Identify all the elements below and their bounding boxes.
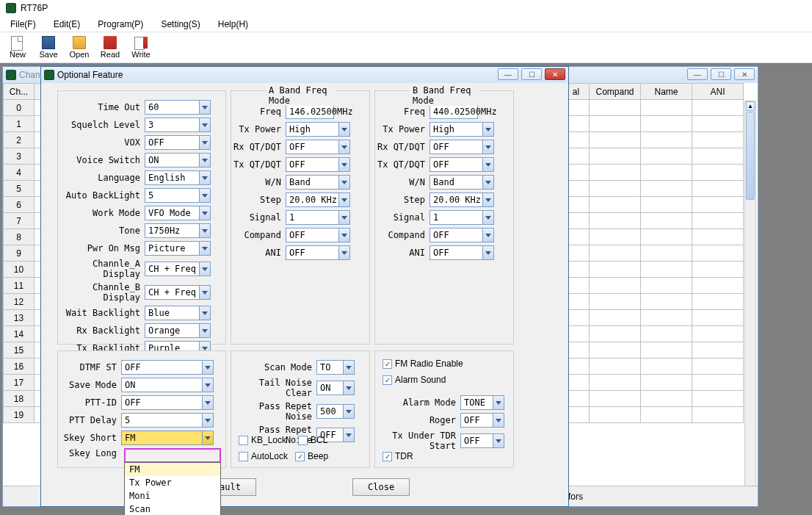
chevron-down-icon[interactable] <box>338 245 350 260</box>
scan-mode-combo[interactable]: TO <box>316 360 355 375</box>
band-a-step-combo[interactable]: 20.00 KHz <box>286 192 350 207</box>
chevron-down-icon[interactable] <box>202 395 214 410</box>
band-b-rxqt-combo[interactable]: OFF <box>429 140 494 154</box>
minimize-button[interactable]: — <box>498 68 518 80</box>
roger-combo[interactable]: OFF <box>460 413 504 428</box>
tone-combo[interactable]: 1750Hz <box>145 223 211 238</box>
band-a-freq-input[interactable]: 146.02500 <box>286 104 334 119</box>
tail-noise-clear-combo[interactable]: ON <box>316 381 355 395</box>
skey-long-dropdown[interactable]: FM Tx Power Moni Scan OffLine <box>124 462 221 515</box>
auto-backlight-combo[interactable]: 5 <box>145 188 211 203</box>
tool-write[interactable]: Write <box>128 34 154 62</box>
pass-repet-noise-1-combo[interactable]: 500 <box>316 404 355 419</box>
scroll-thumb[interactable] <box>746 112 755 200</box>
band-b-freq-input[interactable]: 440.02500 <box>429 104 478 119</box>
alarm-mode-combo[interactable]: TONE <box>460 395 504 410</box>
menu-help[interactable]: Help(H) <box>218 19 248 29</box>
beep-checkbox[interactable]: ✓Beep <box>295 451 328 461</box>
close-button-bottom[interactable]: Close <box>352 478 410 496</box>
fmradio-checkbox[interactable]: ✓FM Radio Enable <box>383 359 463 369</box>
band-a-txqt-combo[interactable]: OFF <box>286 157 350 172</box>
menu-program[interactable]: Program(P) <box>98 19 143 29</box>
vertical-scrollbar[interactable]: ▲ ▼ <box>744 101 756 505</box>
chevron-down-icon[interactable] <box>338 157 350 172</box>
time-out-combo[interactable]: 60 <box>145 100 211 115</box>
chevron-down-icon[interactable] <box>338 175 350 190</box>
tool-read[interactable]: Read <box>97 34 123 62</box>
chevron-down-icon[interactable] <box>202 378 214 392</box>
chevron-down-icon[interactable] <box>199 241 211 256</box>
chevron-down-icon[interactable] <box>199 100 211 115</box>
chevron-down-icon[interactable] <box>199 323 211 338</box>
close-button[interactable]: ✕ <box>734 68 755 80</box>
chevron-down-icon[interactable] <box>202 360 214 375</box>
menu-edit[interactable]: Edit(E) <box>54 19 81 29</box>
bcl-checkbox[interactable]: BCL <box>298 435 327 445</box>
voice-switch-combo[interactable]: ON <box>145 153 211 168</box>
chevron-down-icon[interactable] <box>482 192 494 207</box>
chevron-down-icon[interactable] <box>199 153 211 168</box>
maximize-button[interactable]: ☐ <box>711 68 731 80</box>
chevron-down-icon[interactable] <box>343 381 355 395</box>
kblock-checkbox[interactable]: KB_Lock <box>239 435 286 445</box>
band-b-wn-combo[interactable]: Band <box>429 175 494 190</box>
skey-short-combo[interactable]: FM <box>121 431 214 445</box>
band-b-txqt-combo[interactable]: OFF <box>429 157 494 172</box>
chevron-down-icon[interactable] <box>493 413 504 428</box>
tool-new[interactable]: New <box>4 34 31 62</box>
chevron-down-icon[interactable] <box>482 245 494 260</box>
dropdown-item-moni[interactable]: Moni <box>125 489 220 503</box>
alarmsound-checkbox[interactable]: ✓Alarm Sound <box>383 375 446 385</box>
chevron-down-icon[interactable] <box>493 395 504 410</box>
band-b-compand-combo[interactable]: OFF <box>429 228 494 242</box>
save-mode-combo[interactable]: ON <box>121 378 214 392</box>
chevron-down-icon[interactable] <box>482 175 494 190</box>
band-a-wn-combo[interactable]: Band <box>286 175 350 190</box>
channel-b-display-combo[interactable]: CH + Freq <box>145 285 211 300</box>
vox-combo[interactable]: OFF <box>145 135 211 150</box>
band-a-ani-combo[interactable]: OFF <box>286 245 350 260</box>
chevron-down-icon[interactable] <box>343 404 355 419</box>
wait-backlight-combo[interactable]: Blue <box>145 306 211 320</box>
band-a-txpower-combo[interactable]: High <box>286 122 350 137</box>
chevron-down-icon[interactable] <box>199 223 211 238</box>
chevron-down-icon[interactable] <box>202 413 214 428</box>
chevron-down-icon[interactable] <box>343 360 355 375</box>
tool-open[interactable]: Open <box>66 34 93 62</box>
chevron-down-icon[interactable] <box>338 140 350 154</box>
opt-titlebar[interactable]: Optional Feature <box>41 67 568 83</box>
band-b-ani-combo[interactable]: OFF <box>429 245 494 260</box>
language-combo[interactable]: English <box>145 170 211 185</box>
band-b-step-combo[interactable]: 20.00 KHz <box>429 192 494 207</box>
minimize-button[interactable]: — <box>687 68 708 80</box>
menu-setting[interactable]: Setting(S) <box>161 19 200 29</box>
band-a-signal-combo[interactable]: 1 <box>286 210 350 225</box>
tdr-checkbox[interactable]: ✓TDR <box>383 451 413 461</box>
scroll-up-icon[interactable]: ▲ <box>746 101 755 111</box>
squelch-combo[interactable]: 3 <box>145 118 211 132</box>
chevron-down-icon[interactable] <box>482 122 494 137</box>
maximize-button[interactable]: ☐ <box>521 68 542 80</box>
dtmf-st-combo[interactable]: OFF <box>121 360 214 375</box>
autolock-checkbox[interactable]: AutoLock <box>239 451 288 461</box>
tx-under-tdr-combo[interactable]: OFF <box>460 433 504 448</box>
chevron-down-icon[interactable] <box>482 140 494 154</box>
band-a-rxqt-combo[interactable]: OFF <box>286 140 350 154</box>
channel-a-display-combo[interactable]: CH + Freq <box>145 262 211 276</box>
tool-save[interactable]: Save <box>35 34 62 62</box>
ptt-id-combo[interactable]: OFF <box>121 395 214 410</box>
dropdown-item-txpower[interactable]: Tx Power <box>125 476 220 489</box>
chevron-down-icon[interactable] <box>338 210 350 225</box>
work-mode-combo[interactable]: VFO Mode <box>145 206 211 220</box>
pwr-on-msg-combo[interactable]: Picture <box>145 241 211 256</box>
chevron-down-icon[interactable] <box>482 210 494 225</box>
chevron-down-icon[interactable] <box>482 228 494 242</box>
chevron-down-icon[interactable] <box>202 431 214 445</box>
dropdown-item-fm[interactable]: FM <box>125 463 220 476</box>
chevron-down-icon[interactable] <box>199 285 211 300</box>
chevron-down-icon[interactable] <box>199 206 211 220</box>
ptt-delay-combo[interactable]: 5 <box>121 413 214 428</box>
chevron-down-icon[interactable] <box>493 433 504 448</box>
band-b-txpower-combo[interactable]: High <box>429 122 494 137</box>
chevron-down-icon[interactable] <box>338 228 350 242</box>
